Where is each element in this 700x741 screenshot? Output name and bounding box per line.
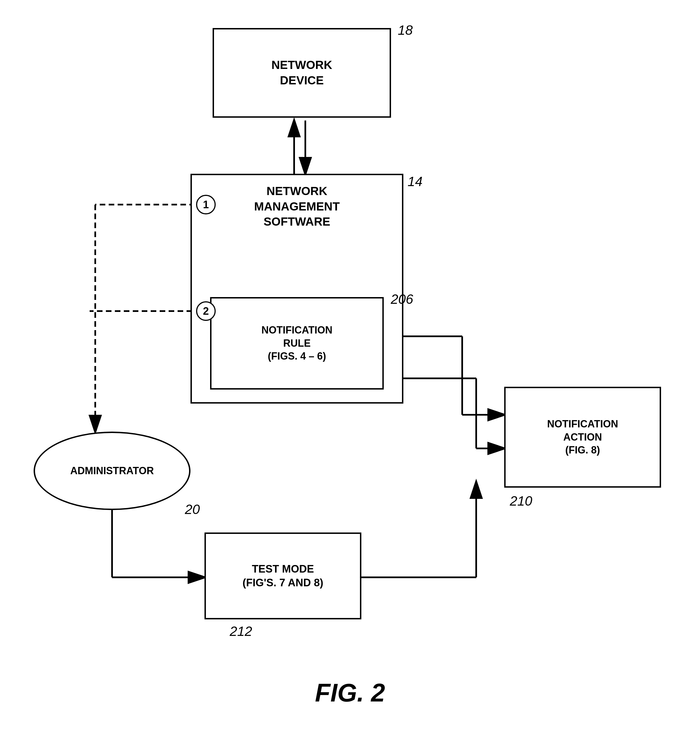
circled-num-2: 2 <box>196 301 216 321</box>
network-device-label: NETWORK DEVICE <box>271 57 332 88</box>
administrator-label: ADMINISTRATOR <box>70 464 154 477</box>
circled-num-1: 1 <box>196 195 216 214</box>
ref-210: 210 <box>510 493 532 509</box>
test-mode-box: TEST MODE(FIG'S. 7 AND 8) <box>204 532 361 619</box>
notification-rule-label: NOTIFICATIONRULE(FIGS. 4 – 6) <box>261 324 332 363</box>
ref-212: 212 <box>230 623 252 639</box>
administrator-ellipse: ADMINISTRATOR <box>34 432 190 510</box>
ref-18: 18 <box>398 22 413 38</box>
test-mode-label: TEST MODE(FIG'S. 7 AND 8) <box>243 562 323 590</box>
ref-20: 20 <box>185 502 200 517</box>
network-device-box: NETWORK DEVICE <box>213 28 391 118</box>
figure-caption: FIG. 2 <box>0 679 700 707</box>
notification-action-label: NOTIFICATIONACTION(FIG. 8) <box>547 418 618 457</box>
nms-label: NETWORKMANAGEMENTSOFTWARE <box>197 184 396 230</box>
diagram-container: NETWORK DEVICE 18 NETWORKMANAGEMENTSOFTW… <box>0 0 700 741</box>
ref-206: 206 <box>391 292 413 307</box>
notification-action-box: NOTIFICATIONACTION(FIG. 8) <box>504 387 661 488</box>
ref-14: 14 <box>407 174 422 189</box>
notification-rule-box: NOTIFICATIONRULE(FIGS. 4 – 6) <box>210 297 384 390</box>
